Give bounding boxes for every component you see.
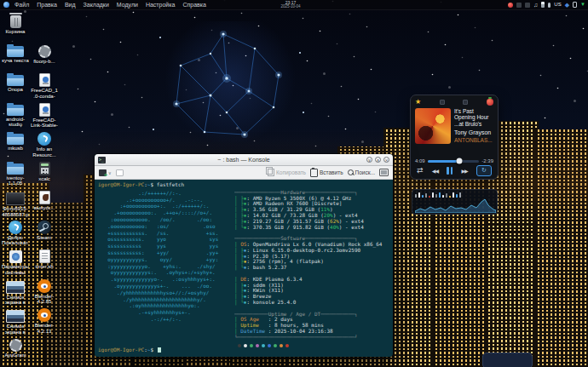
desktop-icon[interactable]: mkusb — [2, 131, 29, 152]
system-tray: ♫US◆▼ — [508, 0, 585, 9]
menu-item[interactable]: Файл — [14, 2, 29, 8]
close-button[interactable]: × — [383, 157, 389, 163]
desktop-icon[interactable]: Steam — [31, 220, 58, 241]
fastfetch-line: │ OS Age : 2 days — [234, 317, 389, 323]
panel-stub[interactable] — [482, 353, 533, 367]
clipboard-icon[interactable] — [573, 2, 577, 8]
desktop-icon[interactable]: android-studio — [2, 102, 29, 128]
terminal-screen[interactable]: igor@OM-Igor-PC:~$ fastfetch .:/++++++//… — [95, 180, 393, 357]
desktop-icon[interactable]: xcalc — [31, 161, 58, 182]
konsole-window: ~ : bash — Konsole ∨ ∧ × ∨ Копировать Вс… — [95, 154, 393, 357]
search-button[interactable]: Поиск... — [348, 169, 375, 175]
desktop-icon[interactable]: Фото6915-48588587.png — [2, 190, 29, 217]
desktop-icon[interactable]: FreeCAD_1.0-conda-Li... — [31, 72, 58, 99]
doc-text-icon — [39, 249, 50, 263]
paste-icon — [310, 169, 318, 177]
desktop-icon[interactable]: AyuGram — [2, 337, 29, 358]
image-icon — [6, 192, 25, 205]
color-dot — [256, 344, 259, 347]
paste-label: Вставить — [320, 169, 343, 175]
minimize-button[interactable]: ∨ — [366, 157, 372, 163]
notifier-icon[interactable] — [508, 3, 513, 8]
menu-item[interactable]: Модули — [117, 2, 138, 8]
system-monitor-widget[interactable] — [412, 189, 498, 215]
pause-button[interactable] — [447, 167, 453, 175]
updates-arrow-icon[interactable]: ▼ — [580, 2, 585, 8]
shuffle-button[interactable]: ⇄ — [417, 167, 424, 175]
next-button[interactable]: ▶▶ — [461, 168, 467, 174]
fastfetch-line: │ └▪: 370.35 GiB / 915.82 GiB (40%) - ex… — [234, 225, 389, 231]
tray-app-icon[interactable] — [516, 3, 522, 8]
desktop-icon[interactable]: Blender-4.2.13 — [31, 307, 58, 334]
seek-knob[interactable] — [456, 158, 462, 164]
repeat-button[interactable]: ↻ — [476, 165, 492, 176]
color-dot — [280, 344, 283, 347]
fastfetch-info: ───────────────Hardware────────────────┐… — [234, 190, 389, 347]
calc-icon — [39, 162, 50, 175]
player-header: ★ — [411, 95, 498, 107]
desktop-icon[interactable]: Параметры системы — [2, 249, 29, 275]
fastfetch-line: │ ├▪: sddm (X11) — [234, 283, 389, 289]
fastfetch-line — [234, 271, 389, 277]
color-dot — [274, 344, 277, 347]
app-icon — [9, 250, 22, 263]
strawberry-player-icon[interactable] — [487, 99, 493, 106]
desktop-icon[interactable]: FreeCAD-Link-Stable-Lin... — [31, 102, 58, 129]
keyboard-layout-indicator[interactable]: US — [554, 2, 561, 8]
settings-icon[interactable] — [379, 169, 389, 176]
maximize-button[interactable]: ∧ — [375, 157, 381, 163]
new-tab-button[interactable]: ∨ — [99, 169, 112, 176]
menu-item[interactable]: Правка — [37, 2, 57, 8]
desktop-icon-label: Steam — [31, 235, 58, 241]
previous-button[interactable]: ◀◀ — [432, 168, 438, 174]
media-player-tray-icon[interactable]: ♫ — [533, 2, 538, 8]
desktop-icon[interactable]: Опора — [2, 72, 29, 93]
battery-icon[interactable] — [541, 2, 545, 8]
desktop-icon[interactable]: Blender-4.2.85 — [31, 278, 58, 305]
desktop-icon-label: Снимок экрана в 2... — [2, 324, 29, 335]
shot-icon — [6, 310, 25, 323]
copy-button[interactable]: Копировать — [268, 169, 306, 176]
network-icon[interactable]: ◆ — [565, 2, 569, 8]
lyrics-icon[interactable] — [463, 100, 468, 105]
desktop-icon[interactable]: Снимок экрана в 2... — [2, 278, 29, 306]
fastfetch-line: │ ├▪: 14.02 GiB / 73.28 GiB (20%) - ext4 — [234, 213, 389, 219]
microphone-icon[interactable] — [548, 3, 551, 8]
color-dot — [244, 344, 247, 347]
playlist-icon[interactable] — [440, 100, 445, 105]
fastfetch-line: ───────────────Hardware────────────────┐ — [234, 190, 389, 196]
desktop-icon-label: выпуск... — [31, 205, 58, 211]
clock[interactable]: 23:17 2025-10-04 — [271, 1, 310, 9]
desktop-icon[interactable]: куча текста — [2, 43, 29, 64]
desktop-icon-label: iventoy-1.1.05 — [2, 175, 29, 186]
app-logo-icon[interactable] — [3, 2, 9, 8]
desktop-icon[interactable]: Добро Пожаловат... — [2, 220, 29, 246]
color-dot — [250, 344, 253, 347]
desktop-icon[interactable]: Корзина — [2, 14, 29, 35]
desktop-icon[interactable]: timer.sh — [31, 249, 58, 270]
desktop-icon[interactable]: floorp-b... — [31, 43, 58, 65]
favorite-star-icon[interactable]: ★ — [415, 99, 421, 106]
network-graph — [415, 198, 496, 213]
fastfetch-line: │ ├▪: Breeze — [234, 294, 389, 300]
desktop-icon[interactable]: выпуск... — [31, 190, 58, 211]
paste-button[interactable]: Вставить — [310, 169, 343, 177]
desktop-icon[interactable]: Info an Resourc... — [31, 131, 58, 158]
desktop-icon[interactable]: iventoy-1.1.05 — [2, 161, 29, 186]
menu-item[interactable]: Закладки — [84, 2, 109, 8]
split-view-icon[interactable] — [116, 169, 124, 176]
monitor-bars — [415, 192, 494, 198]
desktop-icon[interactable]: Снимок экрана в 2... — [2, 307, 29, 335]
konsole-toolbar: ∨ Копировать Вставить Поиск... — [95, 166, 393, 180]
seek-slider[interactable] — [428, 160, 480, 163]
tray-app-icon[interactable] — [525, 3, 530, 8]
global-menu-bar: ФайлПравкаВидЗакладкиМодулиНастройкаСпра… — [0, 0, 588, 10]
album-art[interactable] — [415, 108, 451, 144]
menu-item[interactable]: Настройка — [146, 2, 175, 8]
fastfetch-line: │ ├▪: AMD Radeon RX 7600 [Discrete] — [234, 201, 389, 207]
window-titlebar[interactable]: ~ : bash — Konsole ∨ ∧ × — [95, 154, 393, 166]
menu-item[interactable]: Вид — [65, 2, 76, 8]
desktop-icon-label: Blender-4.2.85 — [31, 294, 58, 305]
menu-item[interactable]: Справка — [182, 2, 205, 8]
fastfetch-line: └──────────────────────────────────────┘ — [234, 335, 389, 341]
